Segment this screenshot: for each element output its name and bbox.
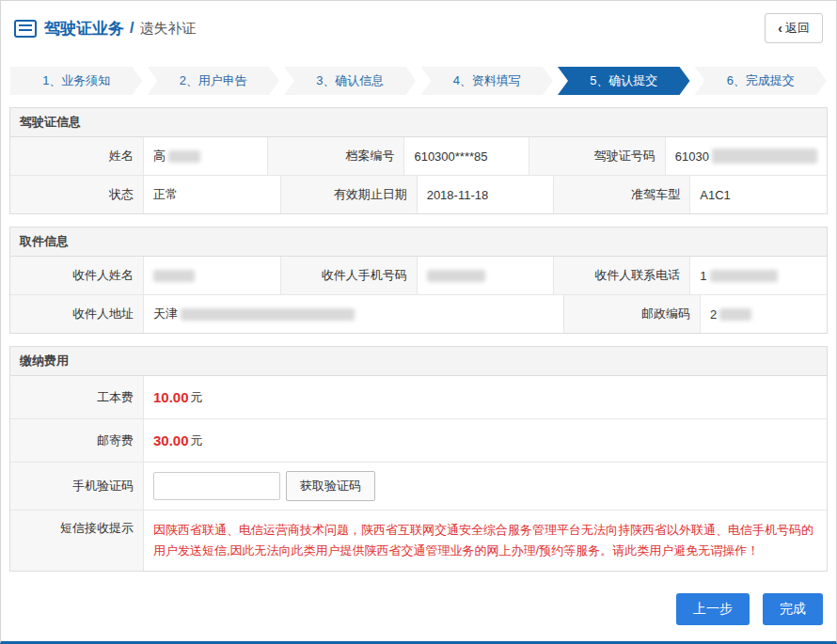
license-document-icon (14, 20, 37, 38)
archive-number-value: 610300****85 (403, 137, 528, 175)
recipient-name-value (143, 257, 280, 294)
sms-code-field-cell: 获取验证码 (143, 463, 827, 510)
redacted-value (719, 308, 751, 321)
sms-code-input[interactable] (153, 472, 280, 500)
sms-notice-value: 因陕西省联通、电信运营商技术问题，陕西省互联网交通安全综合服务管理平台无法向持陕… (143, 510, 827, 571)
finish-button[interactable]: 完成 (763, 593, 823, 625)
footer-actions: 上一步 完成 (1, 584, 836, 642)
step-tab-2-user-declaration[interactable]: 2、用户申告 (148, 67, 280, 95)
license-info-section: 驾驶证信息 姓名 高 档案编号 610300****85 驾驶证号码 61030… (9, 107, 828, 214)
sms-code-label: 手机验证码 (10, 463, 143, 510)
license-number-value: 61030 (665, 137, 827, 175)
get-sms-code-button[interactable]: 获取验证码 (286, 471, 375, 501)
chevron-left-icon: ‹ (778, 22, 782, 35)
previous-step-button[interactable]: 上一步 (676, 593, 750, 625)
license-number-label: 驾驶证号码 (529, 137, 665, 175)
archive-number-label: 档案编号 (267, 137, 403, 175)
redacted-value (181, 308, 355, 321)
table-row: 工本费 10.00 元 (10, 376, 827, 418)
redacted-value (710, 270, 778, 282)
recipient-phone-value: 1 (689, 257, 827, 294)
recipient-address-label: 收件人地址 (10, 295, 143, 333)
redacted-value (427, 270, 485, 282)
step-tab-5-confirm-submit[interactable]: 5、确认提交 (558, 67, 690, 95)
table-row: 短信接收提示 因陕西省联通、电信运营商技术问题，陕西省互联网交通安全综合服务管理… (10, 510, 827, 571)
vehicle-class-value: A1C1 (689, 176, 827, 213)
back-button-label: 返回 (785, 20, 810, 37)
license-section-title: 驾驶证信息 (10, 108, 827, 137)
pickup-section-title: 取件信息 (10, 228, 827, 257)
postage-fee-amount: 30.00 (153, 432, 189, 448)
table-row: 邮寄费 30.00 元 (10, 418, 827, 462)
title-separator: / (130, 20, 134, 37)
name-label: 姓名 (10, 137, 143, 175)
recipient-name-label: 收件人姓名 (10, 257, 143, 294)
postage-fee-label: 邮寄费 (10, 419, 143, 462)
table-row: 收件人地址 天津 邮政编码 2 (10, 294, 827, 333)
recipient-address-value: 天津 (143, 295, 563, 333)
table-row: 姓名 高 档案编号 610300****85 驾驶证号码 61030 (10, 137, 827, 175)
step-tab-1-business-notice[interactable]: 1、业务须知 (10, 67, 143, 95)
production-fee-label: 工本费 (10, 376, 143, 418)
production-fee-amount: 10.00 (153, 389, 189, 405)
vehicle-class-label: 准驾车型 (553, 176, 689, 213)
page-header: 驾驶证业务 / 遗失补证 ‹ 返回 (1, 1, 836, 54)
production-fee-unit: 元 (191, 389, 203, 406)
recipient-mobile-label: 收件人手机号码 (280, 257, 417, 294)
name-value: 高 (143, 137, 267, 175)
postcode-value: 2 (700, 295, 827, 333)
table-row: 状态 正常 有效期止日期 2018-11-18 准驾车型 A1C1 (10, 175, 827, 213)
recipient-mobile-value (417, 257, 554, 294)
recipient-phone-label: 收件人联系电话 (553, 257, 689, 294)
postcode-label: 邮政编码 (563, 295, 700, 333)
sms-notice-label: 短信接收提示 (10, 510, 143, 571)
redacted-value (168, 150, 200, 163)
postage-fee-unit: 元 (191, 432, 203, 449)
expiry-date-label: 有效期止日期 (280, 176, 417, 213)
sms-notice-text: 因陕西省联通、电信运营商技术问题，陕西省互联网交通安全综合服务管理平台无法向持陕… (153, 520, 817, 561)
production-fee-value: 10.00 元 (143, 376, 827, 418)
page-subtitle: 遗失补证 (139, 20, 196, 38)
status-value: 正常 (143, 176, 280, 213)
license-service-page: 驾驶证业务 / 遗失补证 ‹ 返回 1、业务须知 2、用户申告 3、确认信息 4… (0, 0, 837, 644)
redacted-value (153, 270, 195, 282)
step-tab-4-fill-data[interactable]: 4、资料填写 (421, 67, 554, 95)
pickup-info-section: 取件信息 收件人姓名 收件人手机号码 收件人联系电话 1 收件人地址 天津 邮政… (9, 227, 828, 334)
back-button[interactable]: ‹ 返回 (765, 13, 823, 43)
expiry-date-value: 2018-11-18 (417, 176, 554, 213)
step-tab-6-finish-submit[interactable]: 6、完成提交 (695, 67, 828, 95)
status-label: 状态 (10, 176, 143, 213)
step-wizard: 1、业务须知 2、用户申告 3、确认信息 4、资料填写 5、确认提交 6、完成提… (1, 54, 836, 107)
table-row: 手机验证码 获取验证码 (10, 462, 827, 510)
table-row: 收件人姓名 收件人手机号码 收件人联系电话 1 (10, 257, 827, 294)
redacted-value (712, 149, 817, 164)
fees-section-title: 缴纳费用 (10, 347, 827, 376)
postage-fee-value: 30.00 元 (143, 419, 827, 462)
step-tab-3-confirm-info[interactable]: 3、确认信息 (284, 67, 417, 95)
page-title: 驾驶证业务 (44, 18, 124, 39)
fees-section: 缴纳费用 工本费 10.00 元 邮寄费 30.00 元 手机验证码 获取验证码… (9, 346, 828, 572)
